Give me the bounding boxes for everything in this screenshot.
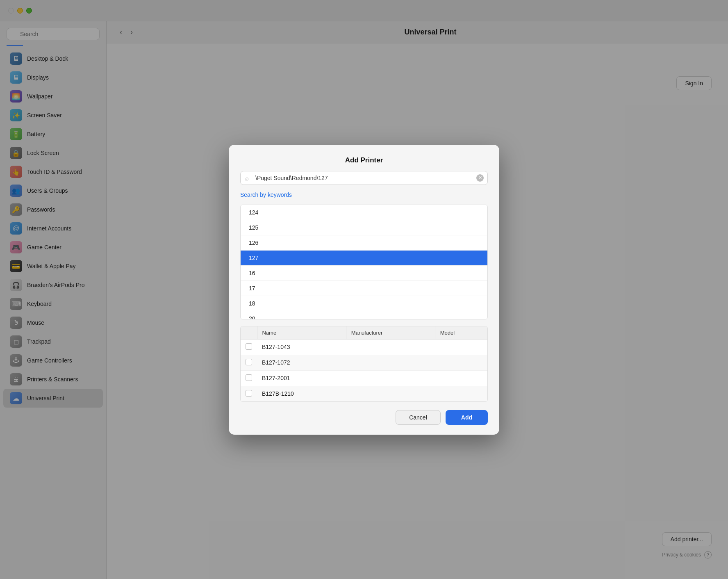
modal-title: Add Printer (240, 156, 488, 164)
row-model-cell (435, 339, 487, 355)
row-name-cell: B127-2001 (257, 370, 346, 386)
row-manufacturer-cell (346, 386, 435, 401)
row-name-cell: B127-1043 (257, 339, 346, 355)
printer-list-item[interactable]: 125 (241, 220, 487, 235)
add-button[interactable]: Add (446, 410, 488, 425)
col-header-model: Model (435, 326, 487, 340)
printer-list-item[interactable]: 18 (241, 296, 487, 311)
row-checkbox[interactable] (246, 359, 252, 365)
row-name-cell: B127-1072 (257, 355, 346, 370)
results-table: Name Manufacturer Model B127-1043 B127-1… (241, 326, 487, 401)
row-checkbox-cell (241, 339, 257, 355)
table-row: B127-1043 (241, 339, 487, 355)
table-row: B127-2001 (241, 370, 487, 386)
col-header-name: Name (257, 326, 346, 340)
modal-overlay: Add Printer ⌕ ✕ Search by keywords 12412… (0, 0, 728, 579)
row-checkbox-cell (241, 386, 257, 401)
printer-number-list[interactable]: 12412512612716171820 (240, 205, 488, 319)
modal-search-icon: ⌕ (245, 174, 249, 181)
row-model-cell (435, 386, 487, 401)
modal-clear-icon[interactable]: ✕ (476, 174, 484, 182)
modal-search-input[interactable] (240, 171, 488, 185)
printer-list-item[interactable]: 16 (241, 266, 487, 281)
col-header-manufacturer: Manufacturer (346, 326, 435, 340)
row-model-cell (435, 370, 487, 386)
row-model-cell (435, 355, 487, 370)
table-row: B127B-1210 (241, 386, 487, 401)
modal-footer: Cancel Add (240, 408, 488, 425)
app-window: 🖥 Desktop & Dock 🖥 Displays 🌅 Wallpaper … (0, 0, 728, 579)
col-header-checkbox (241, 326, 257, 340)
row-checkbox-cell (241, 370, 257, 386)
row-checkbox[interactable] (246, 343, 252, 350)
row-checkbox-cell (241, 355, 257, 370)
row-manufacturer-cell (346, 370, 435, 386)
table-row: B127-1072 (241, 355, 487, 370)
row-manufacturer-cell (346, 339, 435, 355)
search-by-keywords-link[interactable]: Search by keywords (240, 191, 488, 198)
printer-list-item[interactable]: 127 (241, 251, 487, 266)
row-name-cell: B127B-1210 (257, 386, 346, 401)
results-table-wrap: Name Manufacturer Model B127-1043 B127-1… (240, 326, 488, 402)
row-checkbox[interactable] (246, 390, 252, 397)
add-printer-modal: Add Printer ⌕ ✕ Search by keywords 12412… (229, 145, 499, 435)
modal-search-wrap: ⌕ ✕ (240, 171, 488, 185)
cancel-button[interactable]: Cancel (396, 410, 441, 425)
printer-list-item[interactable]: 17 (241, 281, 487, 296)
row-checkbox[interactable] (246, 374, 252, 381)
printer-list-item[interactable]: 124 (241, 205, 487, 220)
row-manufacturer-cell (346, 355, 435, 370)
printer-list-item[interactable]: 126 (241, 235, 487, 251)
printer-list-item[interactable]: 20 (241, 311, 487, 319)
